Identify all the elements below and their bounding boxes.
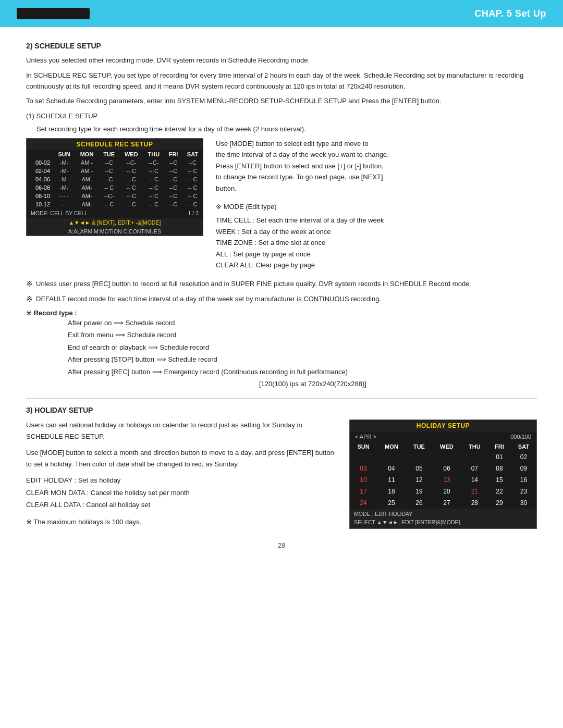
holiday-cell [350,451,377,463]
schedule-mode-label: MODE: CELL BY CELL [31,210,88,216]
hcol-thu: THU [461,442,488,451]
data-cell: --C [164,200,182,208]
data-cell: - M - [53,175,75,183]
data-cell: -- C [119,200,143,208]
data-cell: -- C [143,175,164,183]
data-cell: -- C [143,192,164,200]
holiday-counter: 000/100 [510,434,531,440]
data-cell: --C [99,167,119,175]
col-time [27,150,53,158]
holiday-cell: 14 [461,474,488,486]
record-type-items: After power on ⟹ Schedule recordExit fro… [68,317,537,390]
holiday-cell: 19 [406,486,432,497]
col-thu: THU [143,150,164,158]
col-mon: MON [75,150,99,158]
schedule-row: 02-04-M-AM ---C-- C-- C--C-- C [27,167,203,175]
holiday-cell: 22 [488,486,511,497]
holiday-cell [461,451,488,463]
right-col-line: Press [ENTER] button to select and use [… [216,161,537,171]
col-sun: SUN [53,150,75,158]
holiday-cell [406,451,432,463]
holiday-cell: 17 [350,486,377,497]
data-cell: -- C [182,200,203,208]
data-cell: AM - [75,158,99,167]
holiday-cell [432,451,461,463]
data-cell: AM- [75,200,99,208]
schedule-right-col: Use [MODE] button to select edit type an… [216,138,537,270]
main-content: 2) SCHEDULE SETUP Unless you selected ot… [0,27,563,564]
holiday-cell: 23 [511,486,536,497]
right-col-line: button. [216,183,537,194]
data-cell: --C [164,175,182,183]
schedule-table-header: SCHEDULE REC SETUP [27,139,203,150]
holiday-row: 24252627282930 [350,497,536,509]
schedule-row: 00-02-M-AM ---C--C---C---C--C [27,158,203,167]
time-cell: 02-04 [27,167,53,175]
notice-item: ※DEFAULT record mode for each time inter… [26,294,537,305]
col-fri: FRI [164,150,182,158]
holiday-cell: 12 [406,474,432,486]
holiday-row: 10111213141516 [350,474,536,486]
schedule-row: 06-08-M-AM--- C-- C-- C--C-- C [27,183,203,192]
notice-symbol: ※ [26,294,33,304]
notices-block: ※Unless user press [REC] button to recor… [26,279,537,305]
holiday-para: EDIT HOLIDAY : Set as holiday [26,475,337,486]
holiday-para: ※ The maximum holidays is 100 days. [26,516,337,527]
holiday-cell: 25 [377,497,406,509]
hcol-sat: SAT [511,442,536,451]
data-cell: -- C [143,183,164,192]
holiday-para: CLEAR MON DATA : Cancel the holiday set … [26,487,337,498]
data-cell: --C [164,192,182,200]
section-divider [26,398,537,399]
holiday-cell: 11 [377,474,406,486]
record-type-item: After pressing [REC] button ⟹ Emergency … [68,366,537,378]
mode-item: CLEAR ALL: Clear page by page [216,260,537,270]
data-cell: AM- [75,183,99,192]
holiday-left-col: Users can set national holiday or holida… [26,419,337,533]
holiday-para: CLEAR ALL DATA : Cancel all holiday set [26,499,337,510]
right-col-line: Use [MODE] button to select edit type an… [216,138,537,149]
holiday-cell: 10 [350,474,377,486]
right-col-line: to change the record type. To go next pa… [216,171,537,182]
holiday-cell: 20 [432,486,461,497]
holiday-row: 0102 [350,451,536,463]
holiday-footer: MODE : EDIT HOLIDAY SELECT ▲▼◄►, EDIT [E… [350,509,536,528]
data-cell: AM- [75,175,99,183]
data-cell: - - - [53,192,75,200]
holiday-cell: 28 [461,497,488,509]
subsection-1-heading: (1) SCHEDULE SETUP [26,112,537,120]
record-type-item: After pressing [STOP] button ⟹ Schedule … [68,353,537,365]
schedule-row: 08-10- - -AM---C--- C-- C--C-- C [27,192,203,200]
hcol-tue: TUE [406,442,432,451]
holiday-cell: 13 [432,474,461,486]
mode-item: TIME CELL : Set each time interval of a … [216,215,537,226]
schedule-row: 04-06- M -AM---C-- C-- C--C-- C [27,175,203,183]
col-wed: WED [119,150,143,158]
time-cell: 10-12 [27,200,53,208]
schedule-page: 1 / 2 [188,210,199,216]
chapter-title: CHAP. 5 Set Up [474,8,546,19]
notice-text: DEFAULT record mode for each time interv… [36,294,381,305]
record-type-symbol: ※ [26,309,34,317]
data-cell: AM - [75,167,99,175]
holiday-cell: 30 [511,497,536,509]
holiday-footer-line1: MODE : EDIT HOLIDAY [354,510,532,519]
data-cell: -- C [119,183,143,192]
mode-item: TIME ZONE : Set a time slot at once [216,237,537,248]
mode-info-title: ※ MODE (Edit type) [216,201,537,213]
data-cell: -- - [53,200,75,208]
record-type-item: After power on ⟹ Schedule record [68,317,537,329]
holiday-month: < APR > [355,434,376,440]
holiday-row: 17181920212223 [350,486,536,497]
holiday-row: 03040506070809 [350,463,536,474]
holiday-paragraphs: Users can set national holiday or holida… [26,419,337,528]
data-cell: -- C [119,192,143,200]
col-sat: SAT [182,150,203,158]
mode-item: WEEK : Set a day of the week at once [216,226,537,237]
time-cell: 00-02 [27,158,53,167]
holiday-cell: 06 [432,463,461,474]
holiday-cell: 04 [377,463,406,474]
section-3-heading: 3) HOLIDAY SETUP [26,406,537,414]
holiday-cell: 26 [406,497,432,509]
data-cell: --C [99,158,119,167]
